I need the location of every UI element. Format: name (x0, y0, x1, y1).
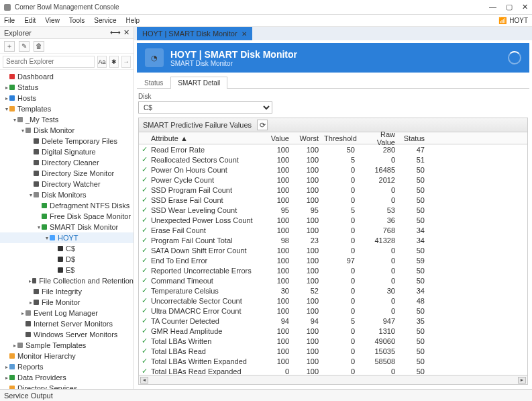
caret-right-icon[interactable]: ▸ (20, 310, 25, 316)
caret-right-icon[interactable]: ▸ (4, 85, 9, 91)
refresh-button[interactable]: ⟳ (257, 120, 268, 130)
maximize-button[interactable]: ▢ (506, 3, 513, 11)
explorer-add-button[interactable]: ＋ (4, 41, 15, 52)
table-row[interactable]: ✓SSD Program Fail Count1001000050 (139, 185, 527, 195)
caret-right-icon[interactable]: ▸ (4, 95, 9, 101)
tree-node[interactable]: ▾SMART Disk Monitor (0, 222, 134, 232)
tree-node[interactable]: D$ (0, 254, 134, 265)
explorer-pin-icon[interactable]: ⟷ (110, 28, 121, 37)
scroll-left-icon[interactable]: ◄ (140, 377, 148, 384)
document-tab[interactable]: HOYT | SMART Disk Monitor ✕ (137, 27, 252, 40)
col-status[interactable]: Status (398, 134, 427, 142)
table-row[interactable]: ✓Power On Hours Count10010001648550 (139, 165, 527, 175)
table-row[interactable]: ✓SATA Down Shift Error Count1001000050 (139, 245, 527, 255)
tree-node[interactable]: Windows Server Monitors (0, 329, 134, 340)
case-sensitive-toggle[interactable]: Aa (97, 56, 107, 68)
search-go-button[interactable]: → (121, 56, 131, 68)
caret-down-icon[interactable]: ▾ (28, 192, 34, 198)
explorer-search-input[interactable] (3, 56, 95, 68)
tree-node[interactable]: ▸Sample Templates (0, 340, 134, 351)
menu-tools[interactable]: Tools (69, 17, 85, 24)
tree-node[interactable]: ▾Disk Monitor (0, 125, 134, 136)
table-row[interactable]: ✓Reported Uncorrectable Errors1001000050 (139, 265, 527, 275)
tree-node[interactable]: Directory Services (0, 383, 134, 389)
tree-node[interactable]: Free Disk Space Monitor (0, 211, 134, 222)
table-row[interactable]: ✓TA Counter Detected9494594735 (139, 316, 527, 326)
table-row[interactable]: ✓Read Error Rate1001005028047 (139, 144, 527, 154)
col-threshold[interactable]: Threshold (321, 134, 358, 142)
close-button[interactable]: ✕ (522, 3, 528, 11)
tree-node[interactable]: Defragment NTFS Disks (0, 200, 134, 211)
tree-node[interactable]: ▸Hosts (0, 93, 134, 103)
caret-down-icon[interactable]: ▾ (36, 224, 42, 230)
tree-node[interactable]: ▸Event Log Manager (0, 308, 134, 318)
table-row[interactable]: ✓Power Cycle Count1001000201250 (139, 175, 527, 185)
menu-file[interactable]: File (4, 17, 15, 24)
caret-down-icon[interactable]: ▾ (44, 235, 50, 241)
disk-select[interactable]: C$ (138, 101, 272, 114)
menu-view[interactable]: View (45, 17, 60, 24)
tree-node[interactable]: ▾_My Tests (0, 114, 134, 125)
tree-node[interactable]: E$ (0, 265, 134, 275)
tree-node[interactable]: ▸Reports (0, 361, 134, 372)
explorer-delete-button[interactable]: 🗑 (34, 41, 44, 52)
caret-right-icon[interactable]: ▸ (12, 343, 17, 349)
table-row[interactable]: ✓Uncorrectable Sector Count1001000048 (139, 296, 527, 306)
tree-node[interactable]: ▸File Collection and Retention (0, 275, 134, 286)
wildcard-toggle[interactable]: ✱ (109, 56, 119, 68)
tree-node[interactable]: Monitor Hierarchy (0, 351, 134, 361)
table-row[interactable]: ✓Erase Fail Count100100076834 (139, 225, 527, 235)
tree-node[interactable]: Dashboard (0, 71, 134, 82)
table-row[interactable]: ✓Command Timeout1001000050 (139, 275, 527, 285)
horizontal-scrollbar[interactable]: ◄ ► (138, 375, 528, 385)
table-row[interactable]: ✓GMR Head Amplitude1001000131050 (139, 326, 527, 336)
minimize-button[interactable]: — (489, 3, 496, 11)
tree-node[interactable]: ▾Templates (0, 103, 134, 114)
tree-node[interactable]: C$ (0, 243, 134, 254)
caret-down-icon[interactable]: ▾ (4, 106, 9, 112)
menu-help[interactable]: Help (126, 17, 140, 24)
tree-node[interactable]: ▾HOYT (0, 232, 134, 243)
caret-right-icon[interactable]: ▸ (4, 364, 9, 370)
caret-down-icon[interactable]: ▾ (12, 117, 17, 123)
tree-node[interactable]: File Integrity (0, 286, 134, 297)
table-row[interactable]: ✓SSD Erase Fail Count1001000050 (139, 195, 527, 205)
menu-edit[interactable]: Edit (24, 17, 36, 24)
table-row[interactable]: ✓Temperature Celsius305203034 (139, 285, 527, 296)
table-row[interactable]: ✓End To End Error10010097059 (139, 255, 527, 265)
table-row[interactable]: ✓Total LBAs Written Expanded100100058508… (139, 356, 527, 366)
table-row[interactable]: ✓Total LBAs Read10010001503550 (139, 346, 527, 356)
explorer-close-icon[interactable]: ✕ (123, 28, 129, 37)
caret-right-icon[interactable]: ▸ (4, 375, 9, 381)
tree-node[interactable]: ▸Status (0, 82, 134, 93)
menu-service[interactable]: Service (94, 17, 116, 24)
table-row[interactable]: ✓Reallocated Sectors Count1001005051 (139, 154, 527, 165)
document-tab-close-icon[interactable]: ✕ (242, 30, 247, 38)
table-row[interactable]: ✓SSD Wear Leveling Count959555350 (139, 205, 527, 215)
tree-node[interactable]: Digital Signature (0, 146, 134, 157)
table-row[interactable]: ✓Program Fail Count Total982304132834 (139, 235, 527, 245)
smart-grid[interactable]: ✓Read Error Rate1001005028047✓Reallocate… (138, 144, 528, 375)
tree-node[interactable]: ▾Disk Monitors (0, 189, 134, 200)
table-row[interactable]: ✓Unexpected Power Loss Count10010003650 (139, 215, 527, 225)
tab-smart-detail[interactable]: SMART Detail (170, 77, 227, 89)
tree-node[interactable]: ▸Data Providers (0, 372, 134, 383)
tree-node[interactable]: Directory Watcher (0, 179, 134, 189)
tree-node[interactable]: Directory Cleaner (0, 157, 134, 168)
col-value[interactable]: Value (262, 134, 292, 142)
scroll-right-icon[interactable]: ► (518, 377, 526, 384)
table-row[interactable]: ✓Total LBAs Written10010004906050 (139, 336, 527, 346)
tree-node[interactable]: ▸File Monitor (0, 297, 134, 308)
table-row[interactable]: ✓Total LBAs Read Expanded01000050 (139, 366, 527, 375)
table-row[interactable]: ✓Ultra DMACRC Error Count1001000050 (139, 306, 527, 316)
col-raw-value[interactable]: Raw Value (358, 130, 398, 146)
tree-node[interactable]: Internet Server Monitors (0, 318, 134, 329)
caret-down-icon[interactable]: ▾ (20, 128, 25, 134)
col-worst[interactable]: Worst (292, 134, 321, 142)
tree-node[interactable]: Delete Temporary Files (0, 136, 134, 146)
caret-right-icon[interactable]: ▸ (28, 300, 34, 306)
explorer-edit-button[interactable]: ✎ (19, 41, 30, 52)
explorer-tree[interactable]: Dashboard▸Status▸Hosts▾Templates▾_My Tes… (0, 70, 134, 389)
tree-node[interactable]: Directory Size Monitor (0, 168, 134, 179)
tab-status[interactable]: Status (137, 77, 170, 89)
